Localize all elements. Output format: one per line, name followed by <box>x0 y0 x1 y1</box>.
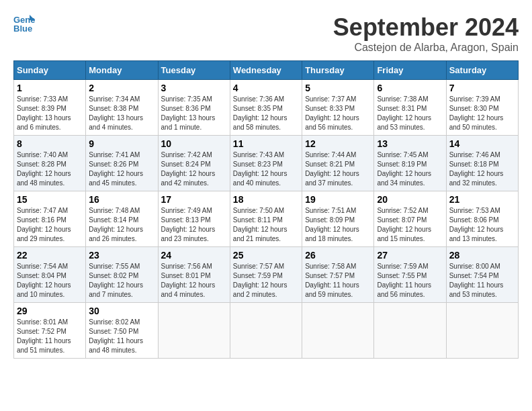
column-header-monday: Monday <box>86 61 158 80</box>
location: Castejon de Alarba, Aragon, Spain <box>333 42 519 54</box>
logo-icon: General Blue <box>13 13 35 32</box>
day-cell: 8 Sunrise: 7:40 AMSunset: 8:28 PMDayligh… <box>14 136 86 191</box>
day-number: 4 <box>233 83 299 93</box>
week-row-2: 8 Sunrise: 7:40 AMSunset: 8:28 PMDayligh… <box>14 136 519 191</box>
day-number: 18 <box>233 194 299 205</box>
day-cell: 11 Sunrise: 7:43 AMSunset: 8:23 PMDaylig… <box>230 136 302 191</box>
day-cell: 24 Sunrise: 7:56 AMSunset: 8:01 PMDaylig… <box>158 247 230 303</box>
day-info: Sunrise: 7:58 AMSunset: 7:57 PMDaylight:… <box>305 262 371 300</box>
day-info: Sunrise: 7:43 AMSunset: 8:23 PMDaylight:… <box>233 150 299 188</box>
day-number: 19 <box>305 194 371 205</box>
day-number: 25 <box>233 250 299 261</box>
day-info: Sunrise: 7:56 AMSunset: 8:01 PMDaylight:… <box>161 262 227 300</box>
day-number: 16 <box>89 194 154 205</box>
day-info: Sunrise: 7:35 AMSunset: 8:36 PMDaylight:… <box>161 95 227 132</box>
day-cell: 26 Sunrise: 7:58 AMSunset: 7:57 PMDaylig… <box>302 247 374 303</box>
day-cell <box>302 303 374 359</box>
svg-text:Blue: Blue <box>13 24 32 32</box>
day-cell: 17 Sunrise: 7:49 AMSunset: 8:13 PMDaylig… <box>158 191 230 247</box>
column-header-friday: Friday <box>374 61 446 80</box>
day-info: Sunrise: 7:53 AMSunset: 8:06 PMDaylight:… <box>449 206 515 244</box>
day-info: Sunrise: 7:48 AMSunset: 8:14 PMDaylight:… <box>89 206 154 244</box>
day-number: 22 <box>17 250 83 261</box>
week-row-5: 29 Sunrise: 8:01 AMSunset: 7:52 PMDaylig… <box>14 303 519 359</box>
day-number: 6 <box>377 83 443 93</box>
day-number: 11 <box>233 138 299 149</box>
day-number: 13 <box>377 138 443 149</box>
day-number: 10 <box>161 138 227 149</box>
day-cell: 19 Sunrise: 7:51 AMSunset: 8:09 PMDaylig… <box>302 191 374 247</box>
title-block: September 2024 Castejon de Alarba, Arago… <box>333 13 519 54</box>
day-cell: 14 Sunrise: 7:46 AMSunset: 8:18 PMDaylig… <box>446 136 518 191</box>
month-title: September 2024 <box>333 13 519 42</box>
day-cell: 1 Sunrise: 7:33 AMSunset: 8:39 PMDayligh… <box>14 80 86 136</box>
day-number: 20 <box>377 194 443 205</box>
day-info: Sunrise: 7:38 AMSunset: 8:31 PMDaylight:… <box>377 95 443 132</box>
day-cell: 28 Sunrise: 8:00 AMSunset: 7:54 PMDaylig… <box>446 247 518 303</box>
day-number: 30 <box>89 306 154 316</box>
page-header: General Blue September 2024 Castejon de … <box>13 13 519 54</box>
day-info: Sunrise: 7:46 AMSunset: 8:18 PMDaylight:… <box>449 150 515 188</box>
column-header-thursday: Thursday <box>302 61 374 80</box>
column-header-saturday: Saturday <box>446 61 518 80</box>
day-info: Sunrise: 7:42 AMSunset: 8:24 PMDaylight:… <box>161 150 227 188</box>
logo: General Blue <box>13 13 35 32</box>
day-cell: 10 Sunrise: 7:42 AMSunset: 8:24 PMDaylig… <box>158 136 230 191</box>
day-cell: 25 Sunrise: 7:57 AMSunset: 7:59 PMDaylig… <box>230 247 302 303</box>
day-cell <box>374 303 446 359</box>
day-number: 2 <box>89 83 154 93</box>
day-info: Sunrise: 7:47 AMSunset: 8:16 PMDaylight:… <box>17 206 83 244</box>
column-header-wednesday: Wednesday <box>230 61 302 80</box>
day-cell: 12 Sunrise: 7:44 AMSunset: 8:21 PMDaylig… <box>302 136 374 191</box>
day-cell: 7 Sunrise: 7:39 AMSunset: 8:30 PMDayligh… <box>446 80 518 136</box>
day-number: 3 <box>161 83 227 93</box>
day-cell: 3 Sunrise: 7:35 AMSunset: 8:36 PMDayligh… <box>158 80 230 136</box>
day-info: Sunrise: 8:01 AMSunset: 7:52 PMDaylight:… <box>17 318 83 355</box>
day-cell: 21 Sunrise: 7:53 AMSunset: 8:06 PMDaylig… <box>446 191 518 247</box>
day-info: Sunrise: 7:37 AMSunset: 8:33 PMDaylight:… <box>305 95 371 132</box>
day-number: 21 <box>449 194 515 205</box>
day-info: Sunrise: 7:54 AMSunset: 8:04 PMDaylight:… <box>17 262 83 300</box>
day-cell <box>230 303 302 359</box>
day-info: Sunrise: 7:50 AMSunset: 8:11 PMDaylight:… <box>233 206 299 244</box>
day-cell: 9 Sunrise: 7:41 AMSunset: 8:26 PMDayligh… <box>86 136 158 191</box>
week-row-4: 22 Sunrise: 7:54 AMSunset: 8:04 PMDaylig… <box>14 247 519 303</box>
day-info: Sunrise: 7:39 AMSunset: 8:30 PMDaylight:… <box>449 95 515 132</box>
day-number: 9 <box>89 138 154 149</box>
day-info: Sunrise: 7:52 AMSunset: 8:07 PMDaylight:… <box>377 206 443 244</box>
day-info: Sunrise: 7:49 AMSunset: 8:13 PMDaylight:… <box>161 206 227 244</box>
day-info: Sunrise: 7:44 AMSunset: 8:21 PMDaylight:… <box>305 150 371 188</box>
week-row-1: 1 Sunrise: 7:33 AMSunset: 8:39 PMDayligh… <box>14 80 519 136</box>
day-info: Sunrise: 7:40 AMSunset: 8:28 PMDaylight:… <box>17 150 83 188</box>
day-info: Sunrise: 7:45 AMSunset: 8:19 PMDaylight:… <box>377 150 443 188</box>
calendar-table: SundayMondayTuesdayWednesdayThursdayFrid… <box>13 60 519 359</box>
day-number: 15 <box>17 194 83 205</box>
day-cell <box>446 303 518 359</box>
day-number: 28 <box>449 250 515 261</box>
day-number: 12 <box>305 138 371 149</box>
day-info: Sunrise: 8:00 AMSunset: 7:54 PMDaylight:… <box>449 262 515 300</box>
day-number: 29 <box>17 306 83 316</box>
day-info: Sunrise: 7:59 AMSunset: 7:55 PMDaylight:… <box>377 262 443 300</box>
column-header-tuesday: Tuesday <box>158 61 230 80</box>
header-row: SundayMondayTuesdayWednesdayThursdayFrid… <box>14 61 519 80</box>
day-cell: 2 Sunrise: 7:34 AMSunset: 8:38 PMDayligh… <box>86 80 158 136</box>
day-number: 17 <box>161 194 227 205</box>
day-number: 14 <box>449 138 515 149</box>
day-info: Sunrise: 7:55 AMSunset: 8:02 PMDaylight:… <box>89 262 154 300</box>
day-info: Sunrise: 7:51 AMSunset: 8:09 PMDaylight:… <box>305 206 371 244</box>
day-cell <box>158 303 230 359</box>
day-info: Sunrise: 7:34 AMSunset: 8:38 PMDaylight:… <box>89 95 154 132</box>
day-number: 23 <box>89 250 154 261</box>
day-cell: 20 Sunrise: 7:52 AMSunset: 8:07 PMDaylig… <box>374 191 446 247</box>
day-info: Sunrise: 7:33 AMSunset: 8:39 PMDaylight:… <box>17 95 83 132</box>
week-row-3: 15 Sunrise: 7:47 AMSunset: 8:16 PMDaylig… <box>14 191 519 247</box>
day-cell: 27 Sunrise: 7:59 AMSunset: 7:55 PMDaylig… <box>374 247 446 303</box>
column-header-sunday: Sunday <box>14 61 86 80</box>
day-number: 5 <box>305 83 371 93</box>
day-info: Sunrise: 7:41 AMSunset: 8:26 PMDaylight:… <box>89 150 154 188</box>
day-number: 8 <box>17 138 83 149</box>
day-cell: 22 Sunrise: 7:54 AMSunset: 8:04 PMDaylig… <box>14 247 86 303</box>
day-number: 24 <box>161 250 227 261</box>
day-info: Sunrise: 8:02 AMSunset: 7:50 PMDaylight:… <box>89 318 154 355</box>
